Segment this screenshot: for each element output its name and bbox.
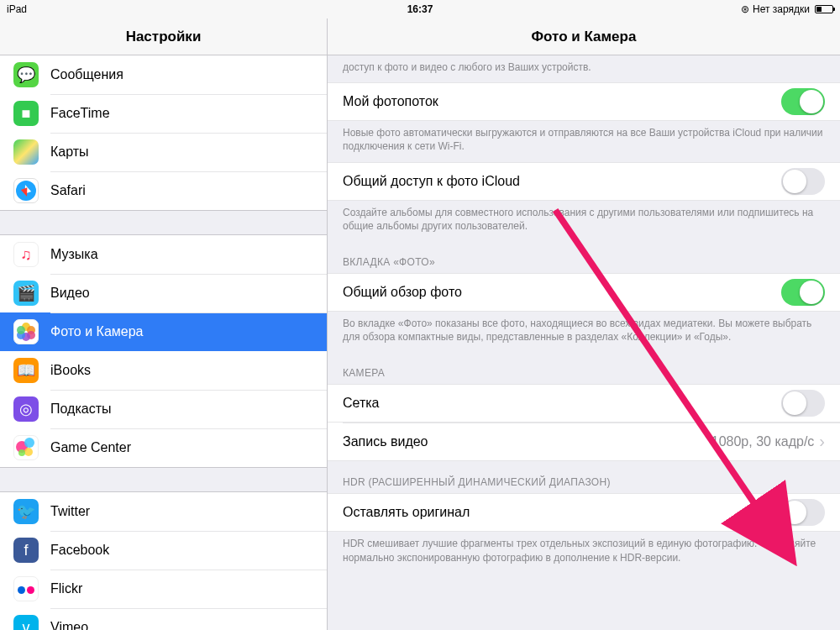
photo-summary-switch[interactable]	[781, 279, 825, 306]
sidebar-item-podcasts[interactable]: ◎Подкасты	[0, 390, 327, 428]
video-icon: 🎬	[13, 281, 39, 306]
grid-label: Сетка	[343, 396, 781, 411]
battery-icon	[815, 5, 833, 13]
sidebar-item-video[interactable]: 🎬Видео	[0, 274, 327, 312]
vimeo-icon: v	[13, 615, 39, 630]
sidebar-item-gamecenter[interactable]: Game Center	[0, 428, 327, 467]
safari-icon	[13, 178, 39, 203]
photos-tab-header: ВКЛАДКА «ФОТО»	[328, 241, 840, 273]
sidebar-item-label: Vimeo	[50, 620, 88, 630]
keep-original-switch[interactable]	[781, 499, 825, 526]
sidebar-list[interactable]: 💬Сообщения■FaceTimeКартыSafari ♫Музыка🎬В…	[0, 55, 327, 630]
status-battery-text: Нет зарядки	[753, 3, 810, 15]
sidebar-item-music[interactable]: ♫Музыка	[0, 235, 327, 274]
podcasts-icon: ◎	[13, 396, 39, 422]
icloud-sharing-switch[interactable]	[781, 168, 825, 195]
sidebar-item-maps[interactable]: Карты	[0, 133, 327, 171]
sidebar-item-flickr[interactable]: Flickr	[0, 570, 327, 608]
record-video-label: Запись видео	[343, 434, 711, 449]
hdr-footer: HDR смешивает лучшие фрагменты трех отде…	[328, 532, 840, 572]
sidebar-item-label: Видео	[50, 286, 90, 301]
detail-title: Фото и Камера	[328, 18, 840, 55]
row-grid[interactable]: Сетка	[328, 384, 840, 423]
sidebar-item-label: iBooks	[50, 363, 91, 378]
sidebar-item-label: Facebook	[50, 543, 109, 558]
sidebar-item-label: Карты	[50, 144, 89, 160]
flickr-icon	[13, 576, 39, 601]
sidebar-item-label: FaceTime	[50, 106, 110, 121]
row-record-video[interactable]: Запись видео 1080p, 30 кадр/с ›	[328, 423, 840, 461]
photos-icon	[13, 319, 39, 344]
facetime-icon: ■	[13, 101, 39, 126]
gamecenter-icon	[13, 435, 39, 460]
photo-summary-label: Общий обзор фото	[343, 285, 781, 300]
sidebar-item-twitter[interactable]: 🐦Twitter	[0, 492, 327, 531]
icloud-sharing-label: Общий доступ к фото iCloud	[343, 174, 781, 189]
record-video-value: 1080p, 30 кадр/с	[711, 434, 815, 449]
twitter-icon: 🐦	[13, 499, 39, 524]
sidebar-item-label: Сообщения	[50, 67, 123, 82]
photostream-switch[interactable]	[781, 88, 825, 115]
row-icloud-sharing[interactable]: Общий доступ к фото iCloud	[328, 162, 840, 201]
sidebar-item-label: Фото и Камера	[50, 324, 144, 339]
row-keep-original[interactable]: Оставлять оригинал	[328, 493, 840, 532]
not-charging-icon: ⊛	[741, 3, 749, 15]
messages-icon: 💬	[13, 62, 39, 87]
status-right: ⊛ Нет зарядки	[564, 3, 833, 15]
sidebar-item-label: Музыка	[50, 247, 98, 262]
keep-original-label: Оставлять оригинал	[343, 505, 781, 520]
sidebar-item-vimeo[interactable]: vVimeo	[0, 608, 327, 630]
status-device: iPad	[7, 3, 276, 15]
sidebar-item-label: Twitter	[50, 504, 90, 519]
music-icon: ♫	[13, 242, 39, 267]
status-time: 16:37	[276, 3, 564, 15]
sidebar-item-facetime[interactable]: ■FaceTime	[0, 94, 327, 133]
icloud-sharing-footer: Создайте альбомы для совместного использ…	[328, 201, 840, 241]
sidebar-item-label: Flickr	[50, 581, 82, 596]
sidebar-item-safari[interactable]: Safari	[0, 171, 327, 210]
sidebar-item-label: Подкасты	[50, 402, 111, 417]
sidebar-item-facebook[interactable]: fFacebook	[0, 531, 327, 570]
detail-pane: Фото и Камера доступ к фото и видео с лю…	[328, 18, 840, 630]
row-photo-summary[interactable]: Общий обзор фото	[328, 273, 840, 312]
photostream-footer: Новые фото автоматически выгружаются и о…	[328, 121, 840, 161]
sidebar: Настройки 💬Сообщения■FaceTimeКартыSafari…	[0, 18, 328, 630]
chevron-right-icon: ›	[819, 432, 825, 451]
sidebar-item-label: Game Center	[50, 440, 131, 455]
icloud-access-footer: доступ к фото и видео с любого из Ваших …	[328, 55, 840, 82]
row-photostream[interactable]: Мой фотопоток	[328, 82, 840, 121]
sidebar-item-photos[interactable]: Фото и Камера	[0, 312, 327, 351]
sidebar-item-ibooks[interactable]: 📖iBooks	[0, 351, 327, 390]
photo-summary-footer: Во вкладке «Фото» показаны все фото, нах…	[328, 312, 840, 352]
hdr-header: HDR (РАСШИРЕННЫЙ ДИНАМИЧЕСКИЙ ДИАПАЗОН)	[328, 461, 840, 493]
camera-header: КАМЕРА	[328, 352, 840, 384]
detail-content[interactable]: доступ к фото и видео с любого из Ваших …	[328, 55, 840, 630]
sidebar-title: Настройки	[0, 18, 327, 55]
maps-icon	[13, 139, 39, 165]
status-bar: iPad 16:37 ⊛ Нет зарядки	[0, 0, 840, 18]
sidebar-item-messages[interactable]: 💬Сообщения	[0, 55, 327, 94]
ibooks-icon: 📖	[13, 358, 39, 383]
sidebar-item-label: Safari	[50, 183, 86, 198]
facebook-icon: f	[13, 538, 39, 563]
grid-switch[interactable]	[781, 390, 825, 417]
photostream-label: Мой фотопоток	[343, 94, 781, 109]
